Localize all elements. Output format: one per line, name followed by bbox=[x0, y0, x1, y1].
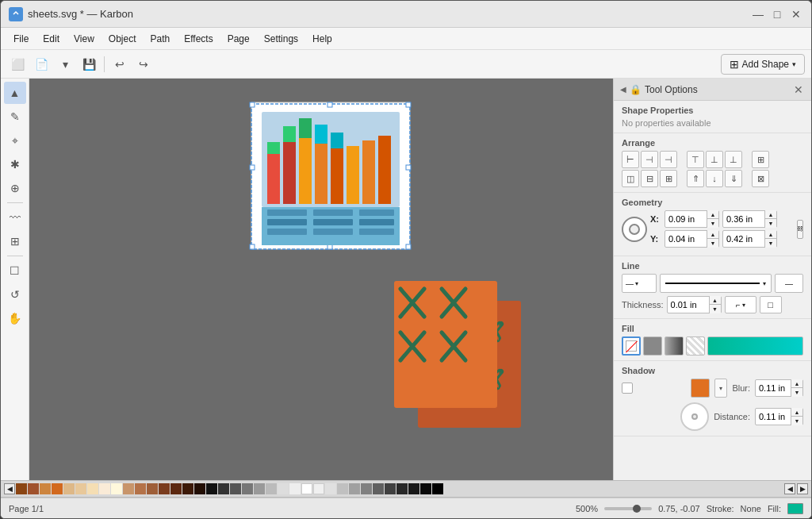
zoom-tool[interactable]: ⊕ bbox=[4, 177, 26, 199]
palette-color[interactable] bbox=[147, 483, 158, 494]
palette-color[interactable] bbox=[63, 483, 75, 494]
geo-w-input[interactable] bbox=[723, 214, 764, 224]
line-cap-btn[interactable]: □ bbox=[760, 296, 782, 313]
group-btn[interactable]: ◫ bbox=[622, 170, 639, 187]
geo-y-field[interactable]: ▲ ▼ bbox=[665, 230, 719, 248]
geo-x-up[interactable]: ▲ bbox=[707, 210, 718, 219]
palette-left-btn[interactable]: ◀ bbox=[4, 483, 15, 494]
shadow-checkbox[interactable] bbox=[622, 383, 633, 394]
fill-color-bar[interactable] bbox=[707, 336, 803, 356]
align-left-btn[interactable]: ⊢ bbox=[622, 151, 639, 168]
fill-gradient-btn[interactable] bbox=[665, 336, 684, 356]
palette-color[interactable] bbox=[111, 483, 122, 494]
fill-solid-btn[interactable] bbox=[643, 336, 662, 356]
open-arrow-button[interactable]: ▾ bbox=[55, 54, 75, 75]
panel-collapse-arrow[interactable]: ◀ bbox=[620, 85, 626, 94]
geo-y-down[interactable]: ▼ bbox=[707, 239, 718, 248]
distance-field[interactable]: ▲ ▼ bbox=[755, 408, 803, 425]
palette-color[interactable] bbox=[301, 483, 312, 494]
align-bottom-btn[interactable]: ⊥ bbox=[725, 151, 742, 168]
maximize-button[interactable]: □ bbox=[770, 7, 784, 21]
arrange-extra-btn[interactable]: ⊠ bbox=[752, 170, 769, 187]
thickness-down[interactable]: ▼ bbox=[710, 305, 721, 313]
palette-color[interactable] bbox=[337, 483, 348, 494]
select-tool[interactable]: ▲ bbox=[4, 82, 26, 104]
gradient-tool[interactable]: 〰 bbox=[4, 206, 26, 229]
palette-color[interactable] bbox=[289, 483, 301, 494]
palette-prev-btn[interactable]: ◀ bbox=[784, 483, 795, 494]
menu-settings[interactable]: Settings bbox=[258, 31, 304, 47]
geo-link-wh-btn[interactable]: ⛓ bbox=[797, 220, 803, 239]
palette-color[interactable] bbox=[75, 483, 86, 494]
undo-button[interactable]: ↩ bbox=[109, 54, 130, 75]
menu-file[interactable]: File bbox=[7, 31, 35, 47]
palette-color[interactable] bbox=[385, 483, 396, 494]
lower-btn[interactable]: ↓ bbox=[706, 170, 723, 187]
palette-color[interactable] bbox=[349, 483, 360, 494]
geo-w-up[interactable]: ▲ bbox=[765, 210, 776, 219]
palette-color[interactable] bbox=[123, 483, 134, 494]
palette-color[interactable] bbox=[182, 483, 193, 494]
palette-color[interactable] bbox=[313, 483, 324, 494]
menu-page[interactable]: Page bbox=[221, 31, 256, 47]
distance-input[interactable] bbox=[756, 412, 791, 421]
palette-color[interactable] bbox=[230, 483, 241, 494]
palette-color[interactable] bbox=[99, 483, 110, 494]
palette-color[interactable] bbox=[52, 483, 63, 494]
palette-color[interactable] bbox=[16, 483, 27, 494]
menu-help[interactable]: Help bbox=[306, 31, 339, 47]
palette-color[interactable] bbox=[242, 483, 253, 494]
palette-color[interactable] bbox=[361, 483, 372, 494]
thickness-up[interactable]: ▲ bbox=[710, 296, 721, 305]
thickness-field[interactable]: ▲ ▼ bbox=[667, 296, 722, 313]
shadow-color-btn[interactable] bbox=[691, 379, 710, 398]
line-join-select[interactable]: ⌐ ▾ bbox=[725, 296, 756, 313]
distribute-btn[interactable]: ⊞ bbox=[752, 151, 769, 168]
open-button[interactable]: 📄 bbox=[31, 54, 52, 75]
fill-none-btn[interactable] bbox=[622, 336, 641, 356]
palette-color[interactable] bbox=[254, 483, 265, 494]
save-button[interactable]: 💾 bbox=[79, 54, 99, 75]
align-center-h-btn[interactable]: ⊣ bbox=[641, 151, 658, 168]
line-end-select[interactable]: — bbox=[775, 274, 803, 293]
align-right-btn[interactable]: ⊣ bbox=[660, 151, 677, 168]
geo-x-down[interactable]: ▼ bbox=[707, 219, 718, 228]
palette-color[interactable] bbox=[28, 483, 39, 494]
palette-color[interactable] bbox=[159, 483, 170, 494]
palette-color[interactable] bbox=[325, 483, 336, 494]
edit-path-tool[interactable]: ✱ bbox=[4, 153, 26, 175]
geo-h-up[interactable]: ▲ bbox=[765, 230, 776, 239]
fill-pattern-btn[interactable] bbox=[686, 336, 705, 356]
lower-bottom-btn[interactable]: ⇓ bbox=[725, 170, 742, 187]
blur-up[interactable]: ▲ bbox=[791, 379, 802, 388]
geo-y-input[interactable] bbox=[665, 234, 707, 244]
geo-x-field[interactable]: ▲ ▼ bbox=[665, 210, 719, 228]
palette-color[interactable] bbox=[40, 483, 51, 494]
blur-input[interactable] bbox=[756, 383, 791, 393]
geo-y-up[interactable]: ▲ bbox=[707, 230, 718, 239]
distance-down[interactable]: ▼ bbox=[791, 417, 802, 425]
menu-effects[interactable]: Effects bbox=[178, 31, 219, 47]
panel-close-button[interactable]: ✕ bbox=[792, 83, 805, 96]
minimize-button[interactable]: — bbox=[751, 7, 765, 21]
line-type-select[interactable]: — ▾ bbox=[622, 274, 657, 293]
geo-h-down[interactable]: ▼ bbox=[765, 239, 776, 248]
add-shape-button[interactable]: ⊞ Add Shape ▾ bbox=[721, 54, 805, 75]
blur-down[interactable]: ▼ bbox=[791, 388, 802, 397]
palette-next-btn[interactable]: ▶ bbox=[797, 483, 808, 494]
menu-view[interactable]: View bbox=[67, 31, 101, 47]
palette-color[interactable] bbox=[373, 483, 384, 494]
palette-color[interactable] bbox=[87, 483, 98, 494]
zoom-thumb[interactable] bbox=[633, 505, 641, 513]
ungroup-btn[interactable]: ⊟ bbox=[641, 170, 658, 187]
palette-color[interactable] bbox=[218, 483, 229, 494]
palette-color[interactable] bbox=[206, 483, 217, 494]
geo-w-down[interactable]: ▼ bbox=[765, 219, 776, 228]
palette-color[interactable] bbox=[266, 483, 277, 494]
palette-color[interactable] bbox=[420, 483, 431, 494]
palette-color[interactable] bbox=[408, 483, 419, 494]
align-center-v-btn[interactable]: ⊥ bbox=[706, 151, 723, 168]
menu-edit[interactable]: Edit bbox=[36, 31, 66, 47]
palette-color[interactable] bbox=[396, 483, 408, 494]
menu-path[interactable]: Path bbox=[144, 31, 177, 47]
